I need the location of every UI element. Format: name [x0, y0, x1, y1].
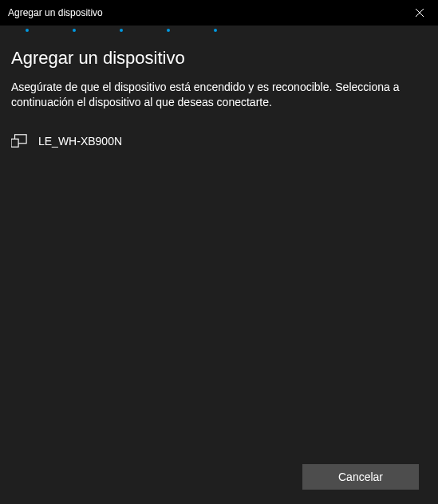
device-icon [11, 134, 27, 148]
dot [73, 29, 76, 32]
content-area: Agregar un dispositivo Asegúrate de que … [0, 33, 438, 153]
dot [26, 29, 29, 32]
instruction-text: Asegúrate de que el dispositivo está enc… [11, 80, 427, 110]
footer: Cancelar [302, 464, 419, 490]
cancel-button[interactable]: Cancelar [302, 464, 419, 490]
device-item[interactable]: LE_WH-XB900N [11, 129, 427, 153]
titlebar: Agregar un dispositivo [0, 0, 438, 26]
dot [120, 29, 123, 32]
dot [167, 29, 170, 32]
close-button[interactable] [401, 0, 438, 26]
dot [214, 29, 217, 32]
window-title: Agregar un dispositivo [8, 7, 103, 18]
svg-rect-3 [11, 139, 18, 147]
device-name: LE_WH-XB900N [38, 135, 122, 148]
close-icon [416, 9, 424, 17]
page-title: Agregar un dispositivo [11, 48, 427, 69]
